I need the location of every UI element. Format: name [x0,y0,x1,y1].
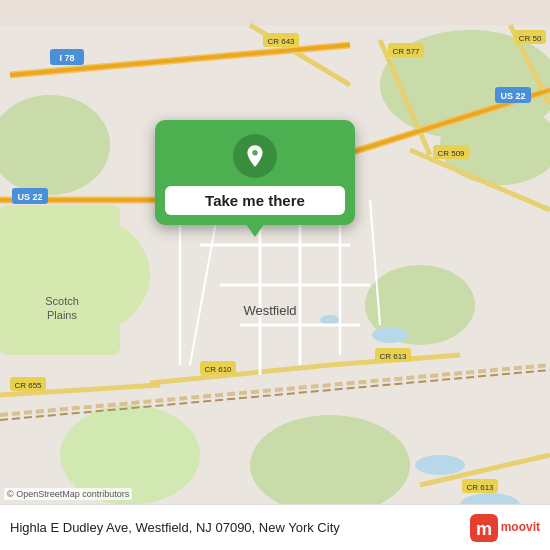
svg-text:I 78: I 78 [59,53,74,63]
map-svg: I 78 US 22 US 22 CR 643 CR 577 CR 509 CR… [0,0,550,550]
svg-rect-5 [0,205,120,355]
svg-text:Westfield: Westfield [243,303,296,318]
svg-text:US 22: US 22 [500,91,525,101]
svg-text:Plains: Plains [47,309,77,321]
take-me-there-button[interactable]: Take me there [165,186,345,215]
moovit-label: moovit [501,521,540,534]
svg-text:m: m [476,519,492,539]
osm-attribution: © OpenStreetMap contributors [4,488,132,500]
svg-text:CR 50: CR 50 [519,34,542,43]
moovit-icon: m [470,514,498,542]
svg-text:CR 643: CR 643 [267,37,295,46]
svg-text:CR 613: CR 613 [379,352,407,361]
svg-text:CR 655: CR 655 [14,381,42,390]
svg-text:US 22: US 22 [17,192,42,202]
svg-text:CR 509: CR 509 [437,149,465,158]
svg-text:CR 613: CR 613 [466,483,494,492]
location-pin-icon [242,143,268,169]
pin-icon-wrap [233,134,277,178]
bottom-bar: Highla E Dudley Ave, Westfield, NJ 07090… [0,504,550,550]
address-text: Highla E Dudley Ave, Westfield, NJ 07090… [10,520,470,535]
svg-point-63 [252,150,257,155]
popup-card: Take me there [155,120,355,225]
svg-point-11 [415,455,465,475]
svg-text:CR 610: CR 610 [204,365,232,374]
map-container: I 78 US 22 US 22 CR 643 CR 577 CR 509 CR… [0,0,550,550]
svg-point-7 [250,415,410,515]
moovit-logo: m moovit [470,514,540,542]
svg-point-9 [372,327,408,343]
svg-text:CR 577: CR 577 [392,47,420,56]
svg-text:Scotch: Scotch [45,295,79,307]
